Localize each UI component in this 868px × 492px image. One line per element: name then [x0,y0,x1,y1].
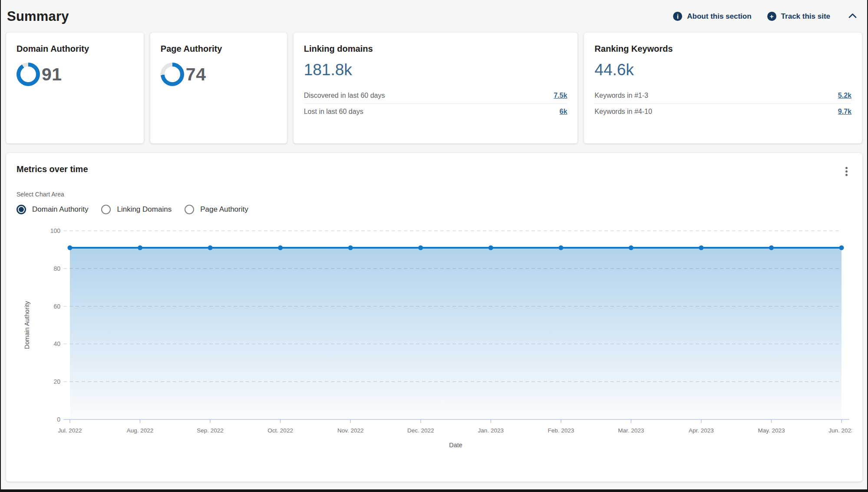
metrics-chart: 020406080100Jul. 2022Aug. 2022Sep. 2022O… [17,226,852,452]
page-title: Summary [7,9,69,24]
ranking-keywords-total: 44.6k [594,61,851,79]
y-tick-label: 100 [50,227,61,234]
x-tick-label: Aug. 2022 [127,427,154,434]
y-tick-label: 0 [57,416,60,423]
y-tick-label: 40 [53,340,60,347]
x-tick-label: Oct. 2022 [267,427,293,434]
track-site-button[interactable]: + Track this site [767,12,830,21]
x-tick-label: Sep. 2022 [197,427,224,434]
metrics-over-time-card: Metrics over time Select Chart Area Doma… [6,153,862,482]
card-title: Ranking Keywords [594,44,851,54]
plus-icon: + [767,12,776,21]
about-section-label: About this section [687,12,751,21]
x-tick-label: Nov. 2022 [337,427,364,434]
table-row: Keywords in #1-3 5.2k [594,88,851,104]
chart-point [699,246,703,250]
chart-point [68,246,73,250]
info-icon: i [673,12,682,21]
collapse-section-button[interactable] [846,11,859,21]
app-window: Summary i About this section + Track thi… [0,0,868,492]
x-tick-label: Jul. 2022 [58,427,82,434]
discovered-label: Discovered in last 60 days [304,92,385,100]
keywords-1-3-label: Keywords in #1-3 [594,92,648,100]
radio-linking-domains[interactable]: Linking Domains [101,205,172,214]
chart-point [138,246,142,250]
linking-domains-total: 181.8k [304,61,568,79]
keywords-1-3-value-link[interactable]: 5.2k [838,92,851,100]
x-tick-label: Feb. 2023 [548,427,574,434]
page-authority-gauge-icon [161,63,184,86]
chart-point [839,246,844,250]
kebab-dot-icon [845,167,848,169]
lost-value-link[interactable]: 6k [560,108,568,116]
chart-point [558,246,563,250]
kebab-menu-button[interactable] [841,164,852,179]
chart-area-selector: Domain Authority Linking Domains Page Au… [17,205,852,214]
y-tick-label: 80 [53,265,60,272]
radio-selected-icon [17,205,26,214]
kebab-dot-icon [845,174,848,176]
domain-authority-card: Domain Authority 91 [6,33,144,143]
keywords-4-10-value-link[interactable]: 9.7k [838,108,851,116]
summary-header: Summary i About this section + Track thi… [6,0,862,27]
lost-label: Lost in last 60 days [304,108,363,116]
about-section-button[interactable]: i About this section [673,12,751,21]
x-tick-label: Dec. 2022 [407,427,434,434]
linking-domains-card: Linking domains 181.8k Discovered in las… [294,33,578,143]
y-axis-title: Domain Authority [23,301,30,349]
discovered-value-link[interactable]: 7.5k [554,92,567,100]
chart-point [488,246,493,250]
x-tick-label: Apr. 2023 [689,427,714,434]
chart-area-fill [70,248,842,419]
chart-point [208,246,213,250]
ranking-keywords-card: Ranking Keywords 44.6k Keywords in #1-3 … [584,33,862,143]
select-chart-area-label: Select Chart Area [17,191,852,198]
card-title: Linking domains [304,44,568,54]
x-tick-label: Jun. 2023 [828,427,852,434]
x-axis-title: Date [449,442,462,449]
radio-domain-authority[interactable]: Domain Authority [17,205,88,214]
chart-point [278,246,283,250]
table-row: Lost in last 60 days 6k [304,104,568,120]
domain-authority-gauge-icon [17,63,40,86]
chart-point [629,246,634,250]
y-tick-label: 20 [53,378,60,385]
table-row: Discovered in last 60 days 7.5k [304,88,568,104]
page-authority-value: 74 [186,64,206,85]
x-tick-label: Jan. 2023 [478,427,504,434]
summary-cards: Domain Authority 91 Page Authority 74 Li… [6,33,862,143]
page-authority-card: Page Authority 74 [150,33,287,143]
track-site-label: Track this site [781,12,830,21]
x-tick-label: May. 2023 [758,427,785,434]
radio-unselected-icon [185,205,194,214]
chart-point [769,246,774,250]
header-actions: i About this section + Track this site [673,11,859,21]
chart-point [348,246,353,250]
radio-unselected-icon [101,205,111,214]
card-title: Domain Authority [17,44,133,54]
chevron-up-icon [848,13,857,18]
chart-point [418,246,423,250]
metrics-title: Metrics over time [17,164,88,174]
kebab-dot-icon [845,170,848,173]
table-row: Keywords in #4-10 9.7k [594,104,851,120]
domain-authority-value: 91 [42,64,62,85]
y-tick-label: 60 [53,303,60,310]
card-title: Page Authority [161,44,277,54]
x-tick-label: Mar. 2023 [618,427,644,434]
radio-page-authority[interactable]: Page Authority [185,205,248,214]
keywords-4-10-label: Keywords in #4-10 [594,108,652,116]
